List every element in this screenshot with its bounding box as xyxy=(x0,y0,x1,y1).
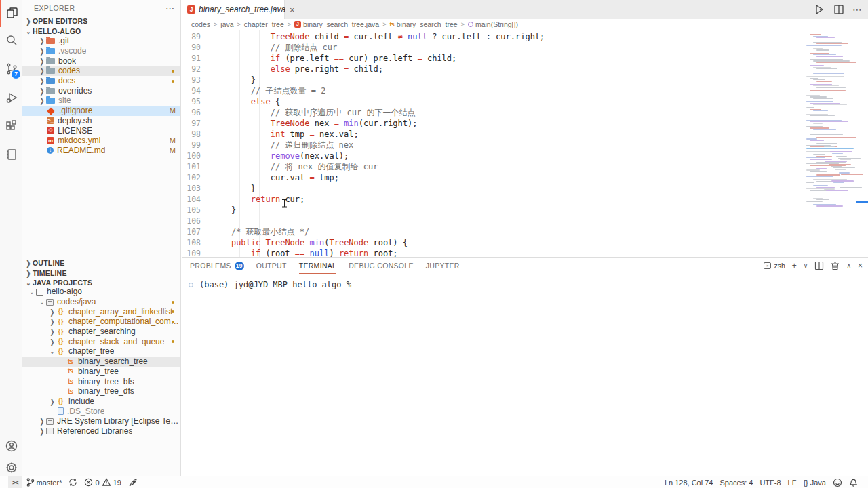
outline-header[interactable]: ❯ OUTLINE xyxy=(22,258,180,268)
code-line-90[interactable]: 90 // 删除结点 cur xyxy=(182,42,804,53)
terminal-prompt[interactable]: (base) jyd@JYD-MBP hello-algo % xyxy=(199,280,351,289)
line-number[interactable]: 97 xyxy=(182,118,212,129)
editor-more-actions-icon[interactable]: ⋯ xyxy=(852,4,863,15)
code-line-97[interactable]: 97 TreeNode nex = min(cur.right); xyxy=(182,118,804,129)
breadcrumb-class[interactable]: binary_search_tree xyxy=(397,20,458,28)
tree-item-site[interactable]: ❯site xyxy=(22,96,180,106)
split-editor-icon[interactable] xyxy=(833,4,844,15)
line-number[interactable]: 101 xyxy=(182,161,212,172)
code-line-109[interactable]: 109 if (root == null) return root; xyxy=(182,248,804,257)
java-projects-header[interactable]: ⌄ JAVA PROJECTS xyxy=(22,277,180,287)
chevron-icon[interactable]: ⌄ xyxy=(28,287,36,296)
chevron-icon[interactable]: ❯ xyxy=(39,57,46,65)
settings-gear-icon[interactable] xyxy=(0,454,22,481)
line-number[interactable]: 89 xyxy=(182,31,212,42)
code-line-91[interactable]: 91 if (pre.left == cur) pre.left = child… xyxy=(182,53,804,64)
feedback-smiley-icon[interactable] xyxy=(829,476,846,488)
tree-item-book[interactable]: ❯book xyxy=(22,56,180,66)
line-number[interactable]: 92 xyxy=(182,64,212,75)
tree-item-binary-tree[interactable]: ʦbinary_tree xyxy=(22,367,180,377)
tab-close-icon[interactable]: × xyxy=(290,5,295,14)
tree-item--vscode[interactable]: ❯.vscode xyxy=(22,46,180,56)
chevron-icon[interactable]: ❯ xyxy=(39,47,46,55)
tree-item-readme-md[interactable]: ↓README.mdM xyxy=(22,146,180,156)
line-number[interactable]: 95 xyxy=(182,96,212,107)
tree-item-hello-algo[interactable]: ⌄hello-algo xyxy=(22,287,180,297)
overview-ruler[interactable] xyxy=(863,30,868,257)
breadcrumb-method[interactable]: main(String[]) xyxy=(475,20,518,28)
code-line-99[interactable]: 99 // 递归删除结点 nex xyxy=(182,140,804,150)
tree-item-binary-search-tree[interactable]: ʦbinary_search_tree xyxy=(22,357,180,367)
close-panel-icon[interactable]: × xyxy=(858,261,863,270)
eol-setting[interactable]: LF xyxy=(785,476,800,488)
tree-item-binary-tree-bfs[interactable]: ʦbinary_tree_bfs xyxy=(22,376,180,386)
extensions-icon[interactable] xyxy=(0,113,22,140)
java-launch-status[interactable] xyxy=(125,476,141,488)
line-number[interactable]: 109 xyxy=(182,248,212,257)
maximize-panel-icon[interactable]: ∧ xyxy=(846,262,851,269)
tree-item--git[interactable]: ❯.git xyxy=(22,36,180,46)
code-line-96[interactable]: 96 // 获取中序遍历中 cur 的下一个结点 xyxy=(182,107,804,118)
tree-item-chapter-searching[interactable]: ❯{}chapter_searching xyxy=(22,327,180,337)
chevron-icon[interactable]: ❯ xyxy=(49,397,56,405)
panel-tab-debug-console[interactable]: DEBUG CONSOLE xyxy=(349,258,414,274)
code-line-106[interactable]: 106 xyxy=(182,216,804,226)
sync-button[interactable] xyxy=(65,476,81,488)
code-line-98[interactable]: 98 int tmp = nex.val; xyxy=(182,129,804,140)
code-line-105[interactable]: 105 } xyxy=(182,205,804,216)
chevron-icon[interactable]: ❯ xyxy=(39,77,46,85)
code-line-101[interactable]: 101 // 将 nex 的值复制给 cur xyxy=(182,161,804,172)
workspace-root-header[interactable]: ⌄ HELLO-ALGO xyxy=(22,26,180,36)
line-number[interactable]: 107 xyxy=(182,226,212,237)
tree-item-binary-tree-dfs[interactable]: ʦbinary_tree_dfs xyxy=(22,386,180,396)
new-terminal-icon[interactable]: + xyxy=(792,261,797,270)
line-number[interactable]: 91 xyxy=(182,53,212,64)
line-number[interactable]: 103 xyxy=(182,183,212,194)
line-number[interactable]: 100 xyxy=(182,150,212,161)
panel-tab-problems[interactable]: PROBLEMS19 xyxy=(190,258,244,274)
breadcrumb-chapter-tree[interactable]: chapter_tree xyxy=(244,20,284,28)
source-control-icon[interactable]: 7 xyxy=(0,56,22,83)
explorer-icon[interactable] xyxy=(0,0,22,27)
git-branch-status[interactable]: master* xyxy=(22,476,66,488)
line-number[interactable]: 94 xyxy=(182,85,212,96)
breadcrumb-codes[interactable]: codes xyxy=(191,20,210,28)
code-line-93[interactable]: 93 } xyxy=(182,75,804,85)
explorer-more-actions-icon[interactable]: ⋯ xyxy=(165,3,175,14)
split-terminal-icon[interactable] xyxy=(814,261,824,270)
terminal-dropdown-icon[interactable]: ∨ xyxy=(804,262,808,269)
encoding-setting[interactable]: UTF-8 xyxy=(756,476,784,488)
chevron-icon[interactable]: ❯ xyxy=(49,308,56,316)
chevron-icon[interactable]: ❯ xyxy=(39,87,46,95)
breadcrumb-file[interactable]: binary_search_tree.java xyxy=(303,20,379,28)
chevron-icon[interactable]: ❯ xyxy=(39,427,46,435)
cursor-position[interactable]: Ln 128, Col 74 xyxy=(661,476,717,488)
line-number[interactable]: 99 xyxy=(182,140,212,150)
chevron-icon[interactable]: ❯ xyxy=(39,417,46,425)
code-line-95[interactable]: 95 else { xyxy=(182,96,804,107)
chevron-icon[interactable]: ❯ xyxy=(39,66,46,75)
code-line-104[interactable]: 104 return cur; xyxy=(182,194,804,205)
kill-terminal-icon[interactable] xyxy=(831,261,840,270)
panel-tab-jupyter[interactable]: JUPYTER xyxy=(426,258,460,274)
minimap[interactable] xyxy=(804,30,863,257)
tree-item-chapter-tree[interactable]: ⌄{}chapter_tree xyxy=(22,346,180,357)
tree-item-mkdocs-yml[interactable]: mmkdocs.ymlM xyxy=(22,136,180,146)
notifications-bell-icon[interactable] xyxy=(846,476,861,488)
chevron-icon[interactable]: ❯ xyxy=(49,327,56,336)
code-editor[interactable]: 88 // 当子结点数量 = 0 / 1 时, child = null / 该… xyxy=(182,30,804,257)
line-number[interactable]: 90 xyxy=(182,42,212,53)
code-line-103[interactable]: 103 } xyxy=(182,183,804,194)
chevron-icon[interactable]: ⌄ xyxy=(49,347,56,355)
search-icon[interactable] xyxy=(0,27,22,54)
tree-item--ds-store[interactable]: .DS_Store xyxy=(22,406,180,416)
language-mode[interactable]: {} Java xyxy=(800,476,829,488)
notebook-icon[interactable] xyxy=(0,141,22,168)
code-line-92[interactable]: 92 else pre.right = child; xyxy=(182,64,804,75)
problems-status[interactable]: 0 19 xyxy=(81,476,124,488)
tree-item--gitignore[interactable]: .gitignoreM xyxy=(22,106,180,116)
chevron-icon[interactable]: ❯ xyxy=(49,338,56,346)
tab-binary-search-tree[interactable]: J binary_search_tree.java × xyxy=(182,0,285,19)
timeline-header[interactable]: ❯ TIMELINE xyxy=(22,268,180,278)
breadcrumb-java[interactable]: java xyxy=(220,20,233,28)
